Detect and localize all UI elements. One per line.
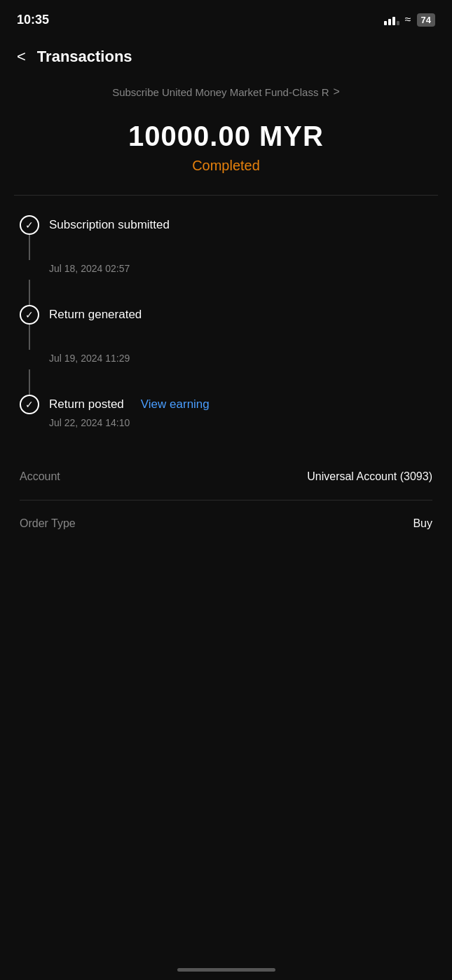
battery-icon: 74 xyxy=(417,13,435,27)
timeline-date-2: Jul 19, 2024 11:29 xyxy=(20,350,432,369)
timeline-label-2: Return generated xyxy=(49,308,142,322)
order-type-value: Buy xyxy=(413,517,432,530)
timeline-connector xyxy=(29,369,30,395)
timeline-date-1: Jul 18, 2024 02:57 xyxy=(20,260,432,280)
details-section: Account Universal Account (3093) Order T… xyxy=(0,454,452,547)
header: < Transactions xyxy=(0,36,452,77)
timeline-item: ✓ Subscription submitted Jul 18, 2024 02… xyxy=(20,215,432,305)
page-title: Transactions xyxy=(37,48,132,66)
status-badge: Completed xyxy=(192,158,260,174)
timeline-icon-1: ✓ xyxy=(20,215,39,235)
order-type-row: Order Type Buy xyxy=(20,517,432,530)
status-icons: ≈ 74 xyxy=(384,13,435,27)
timeline-item: ✓ Return generated Jul 19, 2024 11:29 xyxy=(20,305,432,395)
timeline: ✓ Subscription submitted Jul 18, 2024 02… xyxy=(0,196,452,454)
timeline-connector xyxy=(29,325,30,350)
account-row: Account Universal Account (3093) xyxy=(20,470,432,483)
check-icon: ✓ xyxy=(25,219,34,231)
order-type-label: Order Type xyxy=(20,517,76,530)
breadcrumb-arrow: > xyxy=(333,86,339,98)
home-indicator xyxy=(177,968,275,972)
amount-value: 10000.00 MYR xyxy=(128,121,324,152)
check-icon: ✓ xyxy=(25,399,34,410)
timeline-label-1: Subscription submitted xyxy=(49,218,170,232)
amount-section: 10000.00 MYR Completed xyxy=(0,107,452,195)
timeline-icon-2: ✓ xyxy=(20,305,39,325)
view-earning-link[interactable]: View earning xyxy=(141,397,210,411)
timeline-icon-3: ✓ xyxy=(20,395,39,414)
timeline-connector xyxy=(29,235,30,260)
status-time: 10:35 xyxy=(17,13,49,27)
timeline-label-3: Return posted xyxy=(49,397,124,411)
timeline-date-3: Jul 22, 2024 14:10 xyxy=(20,414,432,434)
fund-name: Subscribe United Money Market Fund-Class… xyxy=(112,86,329,98)
fund-breadcrumb[interactable]: Subscribe United Money Market Fund-Class… xyxy=(0,77,452,107)
wifi-icon: ≈ xyxy=(405,13,411,26)
account-value: Universal Account (3093) xyxy=(307,470,432,483)
timeline-connector xyxy=(29,280,30,305)
check-icon: ✓ xyxy=(25,309,34,320)
account-label: Account xyxy=(20,470,60,483)
status-bar: 10:35 ≈ 74 xyxy=(0,0,452,36)
back-button[interactable]: < xyxy=(14,45,29,69)
signal-icon xyxy=(384,14,399,25)
timeline-item: ✓ Return posted View earning Jul 22, 202… xyxy=(20,395,432,434)
detail-divider xyxy=(20,500,432,501)
